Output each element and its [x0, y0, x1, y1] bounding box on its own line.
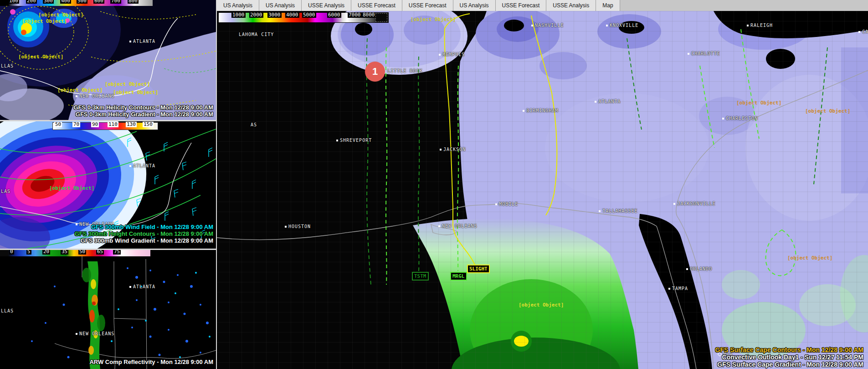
scale-label: 600	[93, 0, 104, 4]
cape-legend: 1000 2000 3000 4000 5000 6000 7000 8000	[218, 12, 389, 23]
city-label: NEW ORLEANS	[76, 331, 114, 336]
tab-usse-forecast-1[interactable]: USSE Forecast	[351, 0, 402, 11]
tab-us-analysis-3[interactable]: US Analysis	[453, 0, 496, 11]
map-caption-3: GFS Surface Cape Gradient - Mon 12/28 9:…	[715, 361, 863, 368]
scale-label: 400	[60, 0, 71, 4]
city-dot-icon	[531, 25, 533, 26]
legend-label: 4000	[285, 12, 299, 18]
sidebar-divider	[216, 0, 217, 369]
scale-label: 5	[26, 250, 31, 255]
reflectivity-scale-bar: 0 5 20 35 50 65 75	[0, 250, 150, 256]
contour-label: [object Object]	[787, 255, 832, 261]
city-label: CHARLESTON	[722, 116, 758, 121]
wind-scale-bar: 50 70 90 110 130 150	[52, 122, 158, 130]
city-dot-icon	[495, 203, 497, 205]
risk-label-tstm: TSTM	[412, 272, 429, 281]
city-label-truncated: LAHOMA CITY	[239, 32, 274, 37]
risk-label-mrgl: MRGL	[450, 272, 467, 281]
risk-label-slight: SLIGHT	[467, 265, 490, 273]
contour-label: [object Object]	[22, 18, 67, 24]
legend-label: 5000	[302, 12, 316, 18]
map-captions: GFS Surface Cape Contours - Mon 12/28 9:…	[715, 346, 863, 368]
contour-label: [object Object]	[805, 108, 850, 114]
city-dot-icon	[440, 149, 442, 151]
contour-label: [object Object]	[105, 81, 150, 87]
tab-map[interactable]: Map	[596, 0, 620, 11]
city-dot-icon	[688, 53, 689, 55]
scale-label: 500	[77, 0, 87, 4]
city-label: ATLANTA	[129, 284, 155, 289]
scale-label: 300	[43, 0, 54, 4]
city-label: NEW ORLEANS	[76, 94, 114, 99]
scale-label: 800	[128, 0, 139, 4]
reflectivity-map-graphic	[0, 250, 216, 369]
city-label-truncated: LLAS	[1, 308, 14, 313]
panel-separator	[0, 249, 216, 250]
city-dot-icon	[606, 25, 608, 26]
city-label: JACKSON	[440, 147, 466, 152]
city-dot-icon	[285, 226, 287, 228]
city-label: TALLAHASSEE	[599, 208, 637, 213]
contour-label: [object Object]	[38, 12, 83, 18]
city-label-truncated: CA	[858, 29, 868, 34]
scale-label: 110	[108, 122, 118, 127]
city-dot-icon	[336, 140, 338, 141]
city-label: ORLANDO	[686, 266, 712, 271]
panel2-caption-2: GFS 300mb Height Contours - Mon 12/28 9:…	[75, 230, 213, 237]
city-label: JACKSONVILLE	[673, 201, 715, 206]
map-caption-2: Convective Outlook Day1 - Sun 12/27 11:5…	[715, 353, 863, 361]
city-dot-icon	[439, 54, 441, 56]
legend-label: 2000	[249, 12, 263, 18]
scale-label: 700	[110, 0, 121, 4]
scale-label: 150	[143, 122, 154, 127]
tab-usse-forecast-3[interactable]: USSE Forecast	[496, 0, 547, 11]
legend-label: 8000	[362, 12, 376, 18]
city-label-truncated: AS	[251, 122, 257, 127]
city-label-truncated: LAS	[1, 189, 10, 194]
legend-label: 1000	[231, 12, 246, 18]
city-dot-icon	[523, 110, 524, 112]
tab-bar: US Analysis US Analysis USSE Analysis US…	[217, 0, 868, 11]
contour-label: [object Object]	[18, 54, 63, 60]
city-label: NEW ORLEANS	[438, 223, 477, 229]
city-dot-icon	[747, 25, 749, 26]
tab-us-analysis-2[interactable]: US Analysis	[259, 0, 302, 11]
panel-300mb-wind[interactable]: 50 70 90 110 130 150 [object Object] ATL…	[0, 121, 216, 249]
city-label: SHREVEPORT	[336, 138, 372, 143]
city-label-truncated: LLAS	[1, 63, 14, 68]
contour-label: [object Object]	[57, 87, 103, 93]
scale-label: 65	[96, 250, 104, 255]
legend-label: 3000	[267, 12, 282, 18]
city-label: ATLANTA	[129, 39, 155, 44]
panel-helicity[interactable]: 100 200 300 400 500 600 700 800 [object …	[0, 0, 216, 120]
city-label: MEMPHIS	[439, 52, 465, 57]
city-dot-icon	[668, 288, 670, 290]
city-label: ATLANTA	[595, 99, 621, 104]
city-label: ATLANTA	[129, 163, 155, 168]
tab-usse-analysis-1[interactable]: USSE Analysis	[302, 0, 351, 11]
city-label: CHARLOTTE	[688, 51, 720, 56]
city-dot-icon	[129, 41, 131, 42]
scale-label: 100	[8, 0, 19, 4]
city-dot-icon	[686, 268, 688, 270]
legend-label: 7000	[348, 12, 362, 18]
main-map[interactable]: 1000 2000 3000 4000 5000 6000 7000 8000 …	[217, 11, 868, 369]
annotation-marker-1[interactable]: 1	[365, 62, 385, 82]
scale-label: 90	[91, 122, 99, 127]
helicity-scale-bar: 100 200 300 400 500 600 700 800	[0, 0, 153, 6]
city-dot-icon	[129, 165, 131, 167]
contour-label: [object Object]	[49, 185, 94, 191]
legend-end-box	[375, 13, 387, 22]
map-caption-1: GFS Surface Cape Contours - Mon 12/28 9:…	[715, 346, 863, 353]
tab-us-analysis-1[interactable]: US Analysis	[217, 0, 259, 11]
panel-separator	[0, 120, 216, 121]
tab-usse-analysis-2[interactable]: USSE Analysis	[546, 0, 596, 11]
city-label: BIRMINGHAM	[523, 108, 558, 113]
city-label: HOUSTON	[285, 224, 311, 229]
city-dot-icon	[76, 333, 77, 335]
panel1-caption-1: GFS 0-3km Helicity Contours - Mon 12/28 …	[73, 104, 213, 111]
city-label: LITTLE ROCK	[387, 68, 422, 73]
panel-reflectivity[interactable]: 0 5 20 35 50 65 75 ATLANTA NEW ORLEANS L…	[0, 250, 216, 369]
tab-usse-forecast-2[interactable]: USSE Forecast	[402, 0, 453, 11]
cape-map-graphic	[217, 11, 868, 369]
